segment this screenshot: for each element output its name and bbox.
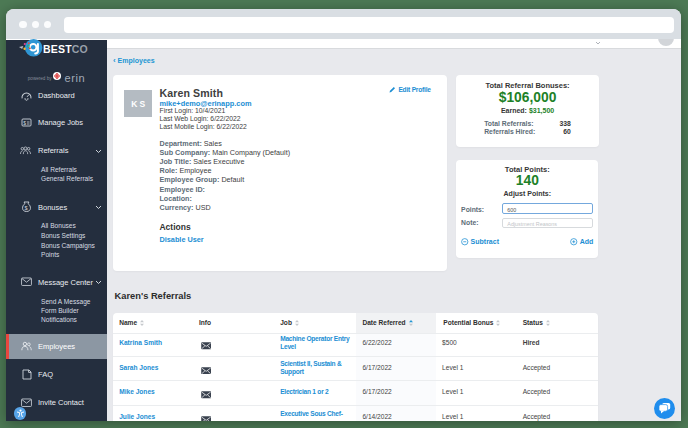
svg-text:$: $ <box>23 120 26 126</box>
svg-text:$: $ <box>25 205 28 211</box>
